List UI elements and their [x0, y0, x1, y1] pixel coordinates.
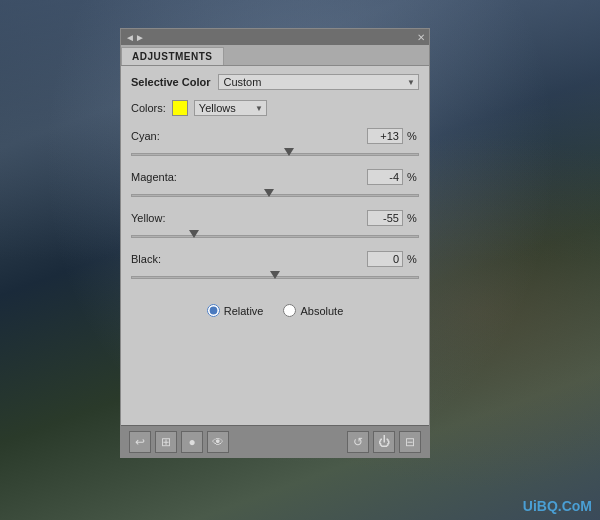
toolbar-left: ↩ ⊞ ● 👁 [129, 431, 229, 453]
adjustments-tab[interactable]: ADJUSTMENTS [121, 47, 224, 65]
panel-close-icon[interactable]: ✕ [417, 32, 425, 43]
colors-dropdown-wrapper[interactable]: Reds Yellows Greens Cyans Blues Magentas… [194, 100, 267, 116]
magenta-value[interactable] [367, 169, 403, 185]
yellow-value[interactable] [367, 210, 403, 226]
yellow-slider-group: Yellow: % [131, 210, 419, 245]
cyan-value[interactable] [367, 128, 403, 144]
yellow-track[interactable] [131, 229, 419, 245]
preset-row: Selective Color Custom Default Brights C… [131, 74, 419, 90]
colors-select[interactable]: Reds Yellows Greens Cyans Blues Magentas… [194, 100, 267, 116]
panel-tab-row: ADJUSTMENTS [121, 45, 429, 66]
color-swatch [172, 100, 188, 116]
cyan-percent: % [407, 130, 419, 142]
radio-row: Relative Absolute [131, 304, 419, 317]
magenta-track[interactable] [131, 188, 419, 204]
panel-content: Selective Color Custom Default Brights C… [121, 66, 429, 425]
toolbar-btn-power[interactable]: ⏻ [373, 431, 395, 453]
colors-row: Colors: Reds Yellows Greens Cyans Blues … [131, 100, 419, 116]
toolbar-btn-new[interactable]: ⊞ [155, 431, 177, 453]
panel-titlebar: ◄► ✕ [121, 29, 429, 45]
magenta-percent: % [407, 171, 419, 183]
toolbar-btn-delete[interactable]: ⊟ [399, 431, 421, 453]
yellow-percent: % [407, 212, 419, 224]
cyan-track[interactable] [131, 147, 419, 163]
black-percent: % [407, 253, 419, 265]
selective-color-label: Selective Color [131, 76, 210, 88]
black-label: Black: [131, 253, 161, 265]
cyan-label: Cyan: [131, 130, 160, 142]
toolbar-right: ↺ ⏻ ⊟ [347, 431, 421, 453]
absolute-option[interactable]: Absolute [283, 304, 343, 317]
panel-collapse-icons[interactable]: ◄► [125, 32, 145, 43]
absolute-label: Absolute [300, 305, 343, 317]
black-slider-group: Black: % [131, 251, 419, 286]
cyan-slider-group: Cyan: % [131, 128, 419, 163]
preset-dropdown-wrapper[interactable]: Custom Default Brights Cyans Greens Mage… [218, 74, 419, 90]
toolbar-btn-eye[interactable]: 👁 [207, 431, 229, 453]
preset-select[interactable]: Custom Default Brights Cyans Greens Mage… [218, 74, 419, 90]
yellow-label: Yellow: [131, 212, 165, 224]
relative-radio[interactable] [207, 304, 220, 317]
watermark: UiBQ.CoM [523, 498, 592, 514]
bottom-toolbar: ↩ ⊞ ● 👁 ↺ ⏻ ⊟ [121, 425, 429, 457]
colors-label: Colors: [131, 102, 166, 114]
magenta-slider-group: Magenta: % [131, 169, 419, 204]
black-value[interactable] [367, 251, 403, 267]
relative-option[interactable]: Relative [207, 304, 264, 317]
toolbar-btn-circle[interactable]: ● [181, 431, 203, 453]
toolbar-btn-reset[interactable]: ↺ [347, 431, 369, 453]
adjustments-panel: ◄► ✕ ADJUSTMENTS Selective Color Custom … [120, 28, 430, 458]
toolbar-btn-undo[interactable]: ↩ [129, 431, 151, 453]
black-track[interactable] [131, 270, 419, 286]
relative-label: Relative [224, 305, 264, 317]
absolute-radio[interactable] [283, 304, 296, 317]
magenta-label: Magenta: [131, 171, 177, 183]
